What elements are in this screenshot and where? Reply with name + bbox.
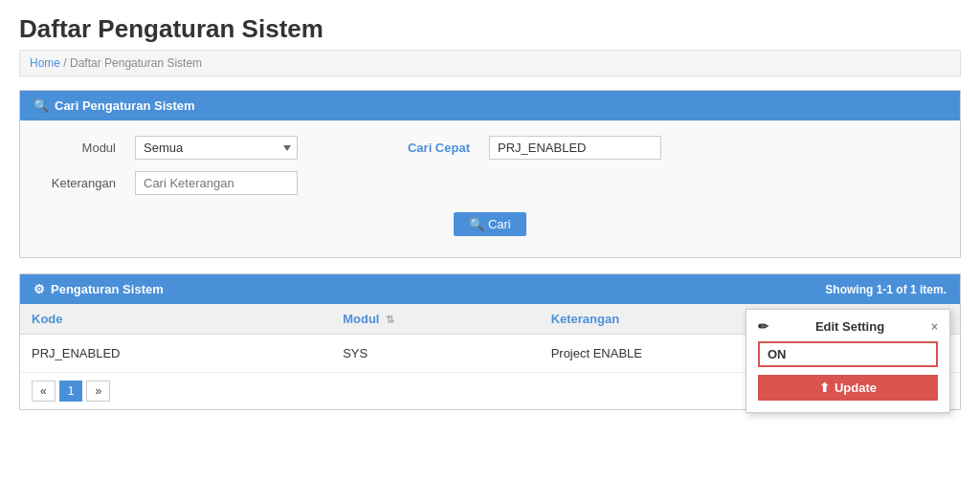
results-panel-header: ⚙ Pengaturan Sistem Showing 1-1 of 1 ite… xyxy=(20,274,960,304)
modul-select[interactable]: Semua xyxy=(135,136,298,160)
keterangan-input[interactable] xyxy=(135,171,298,195)
results-header-left: ⚙ Pengaturan Sistem xyxy=(33,282,164,296)
popup-title-row: ✏ Edit Setting × xyxy=(758,319,938,334)
keterangan-row: Keterangan xyxy=(39,171,941,195)
col-modul-label: Modul xyxy=(343,312,379,326)
cari-cepat-label: Cari Cepat xyxy=(393,141,470,155)
settings-icon: ⚙ xyxy=(33,282,45,296)
sort-icon: ⇅ xyxy=(386,314,394,325)
search-btn-label: Cari xyxy=(488,217,511,231)
modul-label: Modul xyxy=(39,141,116,155)
breadcrumb-home[interactable]: Home xyxy=(30,56,60,70)
col-kode: Kode xyxy=(20,304,331,335)
results-panel: ⚙ Pengaturan Sistem Showing 1-1 of 1 ite… xyxy=(19,273,961,410)
pagination-next[interactable]: » xyxy=(86,381,110,402)
pagination-prev[interactable]: « xyxy=(32,381,56,402)
pagination-current[interactable]: 1 xyxy=(59,381,83,402)
search-btn-row: 🔍 Cari xyxy=(39,207,941,246)
popup-input-row xyxy=(758,341,938,367)
modul-row: Modul Semua Cari Cepat xyxy=(39,136,941,160)
cell-modul: SYS xyxy=(331,335,539,373)
keterangan-label: Keterangan xyxy=(39,176,116,190)
search-panel-title: Cari Pengaturan Sistem xyxy=(55,98,195,113)
page-title: Daftar Pengaturan Sistem xyxy=(19,14,961,44)
breadcrumb-current: Daftar Pengaturan Sistem xyxy=(70,56,202,70)
popup-title-icon: ✏ xyxy=(758,319,768,334)
breadcrumb: Home / Daftar Pengaturan Sistem xyxy=(19,50,961,76)
search-icon: 🔍 xyxy=(33,98,49,113)
update-btn-label: Update xyxy=(835,381,877,395)
showing-text: Showing 1-1 of 1 item. xyxy=(825,283,947,296)
col-modul[interactable]: Modul ⇅ xyxy=(331,304,539,335)
cell-kode: PRJ_ENABLED xyxy=(20,335,331,373)
edit-setting-popup: ✏ Edit Setting × ⬆ Update xyxy=(746,309,950,413)
search-button[interactable]: 🔍 Cari xyxy=(454,212,525,236)
search-panel-header: 🔍 Cari Pengaturan Sistem xyxy=(20,91,960,120)
search-panel-body: Modul Semua Cari Cepat Keterangan 🔍 Cari xyxy=(20,120,960,257)
update-button[interactable]: ⬆ Update xyxy=(758,375,938,401)
update-icon: ⬆ xyxy=(819,381,830,395)
search-btn-icon: 🔍 xyxy=(469,217,484,231)
col-keterangan-label: Keterangan xyxy=(551,312,620,326)
cari-cepat-input[interactable] xyxy=(489,136,661,160)
col-kode-label: Kode xyxy=(32,312,63,326)
results-panel-title: Pengaturan Sistem xyxy=(51,282,164,296)
popup-title-text: Edit Setting xyxy=(815,319,884,334)
popup-close-button[interactable]: × xyxy=(931,320,938,334)
search-panel: 🔍 Cari Pengaturan Sistem Modul Semua Car… xyxy=(19,90,961,258)
edit-setting-input[interactable] xyxy=(758,341,938,367)
